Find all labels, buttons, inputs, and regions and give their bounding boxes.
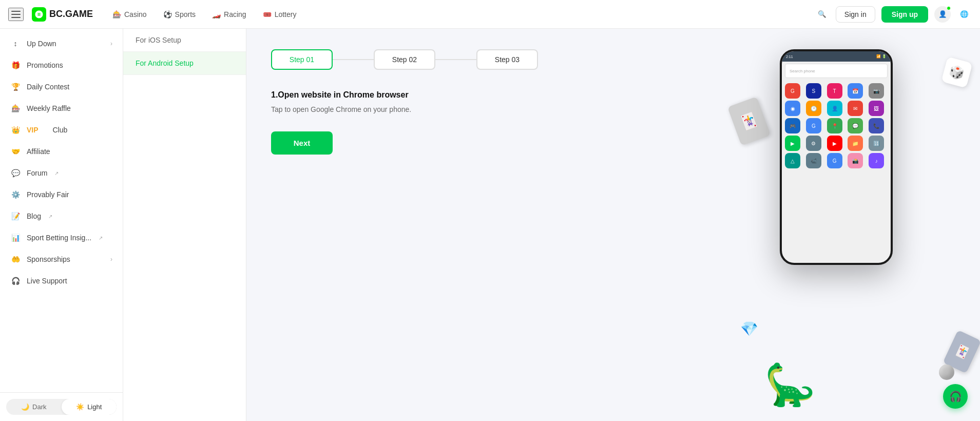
moon-icon: 🌙 <box>21 403 29 411</box>
app-email: ✉ <box>848 101 863 116</box>
online-indicator <box>947 6 951 10</box>
sponsorships-icon: 🤲 <box>10 254 21 264</box>
step-connector-1 <box>333 59 374 60</box>
sidebar: ↕️ Up Down › 🎁 Promotions 🏆 Daily Contes… <box>0 29 123 421</box>
chevron-right-icon-2: › <box>110 256 112 263</box>
phone-screen: 2:11 📶 🔋 Search phone G S T 📅 📷 <box>782 51 891 263</box>
phone-illustration-area: 🎲 🃏 🃏 💎 🦕 2:11 📶 🔋 Search phone <box>723 29 980 421</box>
sidebar-bottom: 🌙 Dark ☀️ Light <box>0 392 123 421</box>
avatar-button[interactable]: 👤 <box>934 6 951 23</box>
search-icon: 🔍 <box>818 10 827 18</box>
racing-icon: 🏎️ <box>212 10 221 18</box>
vip-icon: 👑 <box>10 125 21 135</box>
phone-time: 2:11 <box>786 55 793 59</box>
phone-search-placeholder: Search phone <box>790 69 815 73</box>
android-tab[interactable]: For Android Setup <box>123 52 246 75</box>
sidebar-item-vip-club[interactable]: 👑 VIP Club <box>0 119 123 141</box>
sidebar-item-provably-fair[interactable]: ⚙️ Provably Fair <box>0 184 123 205</box>
app-calendar: 📅 <box>848 83 863 99</box>
logo-text: BC.GAME <box>49 9 93 20</box>
nav-lottery[interactable]: 🎟️ Lottery <box>256 6 304 23</box>
sidebar-item-weekly-raffle[interactable]: 🎰 Weekly Raffle <box>0 98 123 119</box>
app-gmail: G <box>785 83 800 99</box>
support-fab[interactable]: 🎧 <box>943 384 968 409</box>
next-button[interactable]: Next <box>271 131 333 155</box>
nav-casino[interactable]: 🎰 Casino <box>105 6 154 23</box>
dark-theme-button[interactable]: 🌙 Dark <box>6 399 62 415</box>
main-content: For iOS Setup For Android Setup Step 01 … <box>123 29 980 421</box>
card-decoration-1: 🃏 <box>727 97 771 146</box>
sun-icon: ☀️ <box>76 403 84 411</box>
sidebar-item-daily-contest[interactable]: 🏆 Daily Contest <box>0 76 123 98</box>
step-2-item: Step 02 <box>374 49 435 70</box>
step-02-button[interactable]: Step 02 <box>374 49 435 70</box>
ios-tab[interactable]: For iOS Setup <box>123 29 246 52</box>
app-settings: ⚙ <box>806 136 821 151</box>
light-theme-button[interactable]: ☀️ Light <box>62 399 117 415</box>
casino-icon: 🎰 <box>112 10 121 18</box>
updown-icon: ↕️ <box>10 39 21 49</box>
dice-decoration: 🎲 <box>941 56 972 88</box>
headset-icon: 🎧 <box>949 390 962 403</box>
header-right: 🔍 Sign in Sign up 👤 🌐 <box>815 6 972 23</box>
nav-sports[interactable]: ⚽ Sports <box>156 6 203 23</box>
sidebar-nav: ↕️ Up Down › 🎁 Promotions 🏆 Daily Contes… <box>0 29 123 392</box>
gem-decoration: 💎 <box>739 318 759 339</box>
app-samsung: S <box>806 83 821 99</box>
logo[interactable]: BC.GAME <box>32 7 93 22</box>
sidebar-item-forum[interactable]: 💬 Forum ↗ <box>0 162 123 184</box>
main-layout: ↕️ Up Down › 🎁 Promotions 🏆 Daily Contes… <box>0 29 980 421</box>
ball-decoration <box>939 365 954 380</box>
app-google-pay: G <box>827 153 842 168</box>
language-button[interactable]: 🌐 <box>957 7 972 21</box>
main-header: BC.GAME 🎰 Casino ⚽ Sports 🏎️ Racing 🎟️ L… <box>0 0 980 29</box>
app-youtube: ▶ <box>827 136 842 151</box>
affiliate-icon: 🤝 <box>10 146 21 157</box>
app-calculator: 🔢 <box>869 136 884 151</box>
app-maps: 📍 <box>827 118 842 133</box>
signin-button[interactable]: Sign in <box>836 6 875 23</box>
app-messages: 💬 <box>848 118 863 133</box>
sidebar-item-affiliate[interactable]: 🤝 Affiliate <box>0 141 123 162</box>
app-phone: 📞 <box>869 118 884 133</box>
app-play-store: ▶ <box>785 136 800 151</box>
app-camera: 📷 <box>869 83 884 99</box>
phone-search-bar: Search phone <box>785 64 888 78</box>
phone-battery: 📶 🔋 <box>876 54 887 59</box>
sidebar-item-sponsorships[interactable]: 🤲 Sponsorships › <box>0 248 123 270</box>
search-button[interactable]: 🔍 <box>815 7 830 21</box>
sidebar-item-sport-betting[interactable]: 📊 Sport Betting Insig... ↗ <box>0 227 123 248</box>
sidebar-item-promotions[interactable]: 🎁 Promotions <box>0 54 123 76</box>
sidebar-item-blog[interactable]: 📝 Blog ↗ <box>0 205 123 227</box>
hamburger-button[interactable] <box>8 8 24 21</box>
app-clock: 🕐 <box>806 101 821 116</box>
signup-button[interactable]: Sign up <box>881 6 928 23</box>
step-03-button[interactable]: Step 03 <box>476 49 538 70</box>
app-duo: 📹 <box>806 153 821 168</box>
globe-icon: 🌐 <box>960 10 969 18</box>
content-area: Step 01 Step 02 Step 03 1.Open website i… <box>246 29 980 421</box>
install-sidebar: For iOS Setup For Android Setup <box>123 29 246 421</box>
app-drive: △ <box>785 153 800 168</box>
blog-icon: 📝 <box>10 211 21 221</box>
user-icon: 👤 <box>938 10 947 18</box>
step-1-item: Step 01 <box>271 49 333 70</box>
app-google: G <box>806 118 821 133</box>
app-tmobile: T <box>827 83 842 99</box>
sidebar-item-up-down[interactable]: ↕️ Up Down › <box>0 33 123 54</box>
external-link-icon: ↗ <box>54 170 59 176</box>
logo-icon <box>32 7 46 22</box>
sidebar-item-live-support[interactable]: 🎧 Live Support <box>0 270 123 292</box>
daily-contest-icon: 🏆 <box>10 82 21 92</box>
step-connector-2 <box>435 59 476 60</box>
step-3-item: Step 03 <box>476 49 538 70</box>
external-link-icon-2: ↗ <box>48 214 52 219</box>
phone-mockup: 2:11 📶 🔋 Search phone G S T 📅 📷 <box>780 49 893 265</box>
phone-status-bar: 2:11 📶 🔋 <box>782 51 891 62</box>
header-left: BC.GAME <box>8 7 93 22</box>
app-game-launcher: 🎮 <box>785 118 800 133</box>
sport-betting-icon: 📊 <box>10 233 21 243</box>
nav-racing[interactable]: 🏎️ Racing <box>205 6 254 23</box>
step-01-button[interactable]: Step 01 <box>271 49 333 70</box>
chevron-right-icon: › <box>110 40 112 47</box>
